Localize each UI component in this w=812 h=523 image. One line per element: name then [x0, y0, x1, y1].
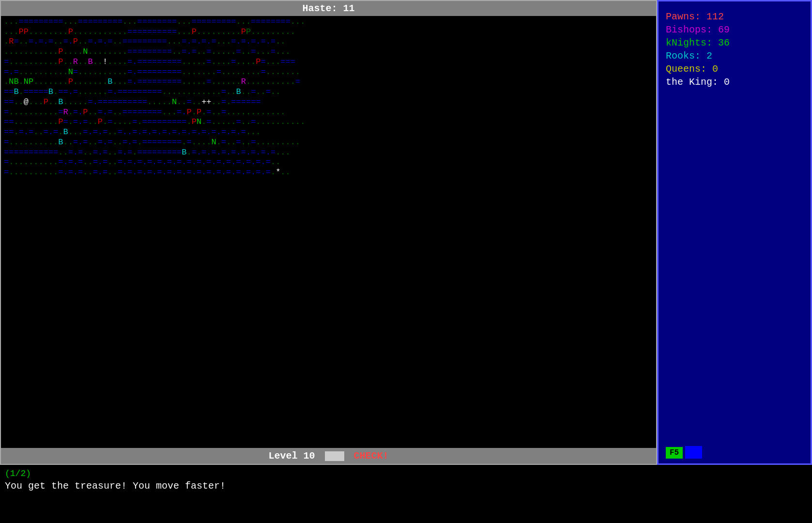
- game-row-11: ==.........P=.=.=..P.=....=.=========.PN…: [4, 117, 653, 127]
- game-row-4: ...........P....N........=========..=.=.…: [4, 47, 653, 57]
- level-label: Level 10: [268, 450, 315, 461]
- bishops-label: Bishops:: [666, 24, 712, 35]
- game-row-8: ==B.=====B.==.=......=.=========........…: [4, 87, 653, 97]
- haste-bar: Haste: 11: [1, 1, 656, 16]
- stat-queens: Queens: 0: [666, 63, 803, 75]
- level-spacer: [325, 451, 344, 461]
- f5-area: F5: [666, 436, 803, 459]
- bottom-area: (1/2) You get the treasure! You move fas…: [0, 465, 812, 523]
- queens-label: Queens:: [666, 63, 706, 75]
- game-row-10: =..........=R.=.P..=.=..========...=.P.P…: [4, 108, 653, 118]
- king-label: the King:: [666, 77, 718, 88]
- game-row-6: =.=..........N=..........=.=========....…: [4, 67, 653, 77]
- haste-label: Haste: 11: [302, 3, 354, 14]
- game-row-9: ==..@...P..B.....=.==========.....N..=..…: [4, 97, 653, 108]
- game-row-15: =..........=.=.=..=.=..=.=.=.=.=.=.=.=.=…: [4, 157, 653, 168]
- game-row-2: ...PP........P...........==========...P.…: [4, 27, 653, 37]
- stat-bishops: Bishops: 69: [666, 24, 803, 35]
- stat-rooks: Rooks: 2: [666, 50, 803, 62]
- rooks-value: 2: [706, 50, 712, 62]
- bishops-value: 69: [718, 24, 730, 35]
- game-screen: ...=========...=========...========...==…: [1, 16, 656, 448]
- queens-value: 0: [712, 63, 718, 75]
- game-row-12: ==.=.=..=.=.B...=.=.=..=..=.=.=.=.=.=.=.…: [4, 127, 653, 138]
- rooks-label: Rooks:: [666, 50, 701, 62]
- f5-button[interactable]: F5: [666, 447, 683, 459]
- f5-extra-box: [685, 446, 702, 459]
- game-row-13: =..........B..=.=..=.=..=.=.========.=..…: [4, 138, 653, 148]
- level-bar: Level 10 CHECK!: [1, 448, 656, 464]
- stat-pawns: Pawns: 112: [666, 11, 803, 22]
- game-row-3: .R=..=.=.=..=.P..=.=.=..=========...=.=.…: [4, 37, 653, 47]
- pawns-label: Pawns:: [666, 11, 701, 22]
- stat-knights: kNights: 36: [666, 37, 803, 48]
- game-row-14: ===========..=.=..=.=..=.=.=========B.=.…: [4, 148, 653, 158]
- game-row-7: .NB.NP.......P.......B...=.=========....…: [4, 77, 653, 87]
- stat-king: the King: 0: [666, 77, 803, 88]
- game-row-16: =..........=.=.=..=.=..=.=.=.=.=.=.=.=.=…: [4, 168, 653, 178]
- king-value: 0: [724, 77, 730, 88]
- message-text: You get the treasure! You move faster!: [5, 480, 807, 492]
- game-row-5: =..........P..R..B..!....=.=========....…: [4, 57, 653, 67]
- top-row: Haste: 11 ...=========...=========...===…: [0, 0, 812, 465]
- knights-label: kNights:: [666, 37, 712, 48]
- game-row-1: ...=========...=========...========...==…: [4, 17, 653, 27]
- game-area: Haste: 11 ...=========...=========...===…: [0, 0, 657, 465]
- sidebar-stats: Pawns: 112 Bishops: 69 kNights: 36 Rooks…: [666, 11, 803, 88]
- main-container: Haste: 11 ...=========...=========...===…: [0, 0, 812, 523]
- pawns-value: 112: [706, 11, 724, 22]
- message-page-indicator: (1/2): [5, 469, 807, 478]
- check-label: CHECK!: [354, 450, 389, 461]
- sidebar: Pawns: 112 Bishops: 69 kNights: 36 Rooks…: [657, 0, 812, 465]
- knights-value: 36: [718, 37, 730, 48]
